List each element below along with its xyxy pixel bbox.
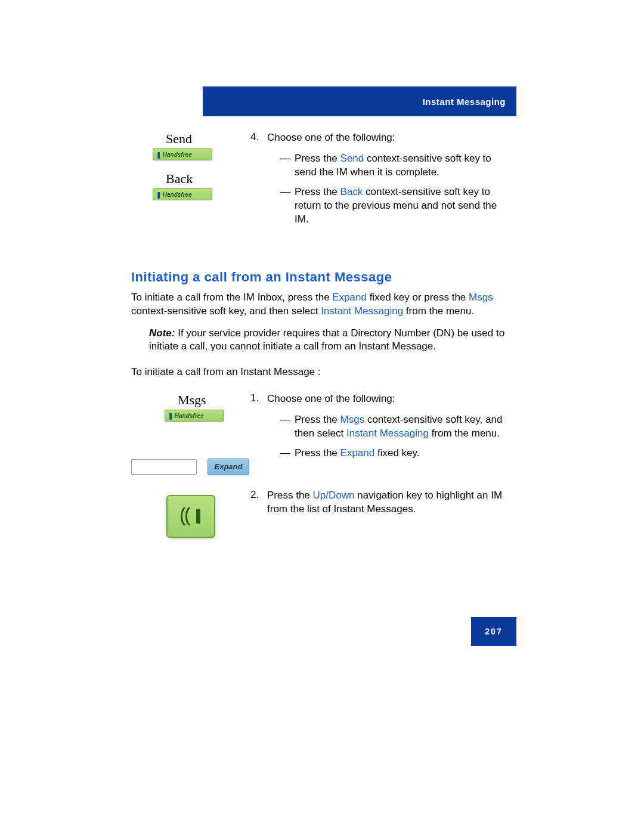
step-4-text: 4. Choose one of the following: — Press … [250, 131, 513, 243]
step-1-text: 1. Choose one of the following: — Press … [250, 392, 513, 477]
step-number: 1. [250, 392, 267, 466]
note-text: If your service provider requires that a… [149, 327, 504, 352]
msgs-softkey-label: Msgs [178, 392, 250, 408]
page-number: 207 [471, 617, 516, 646]
step-4-lead: Choose one of the following: [267, 132, 395, 143]
link-expand: Expand [340, 447, 375, 459]
step-number: 2. [250, 489, 267, 516]
back-softkey-label: Back [166, 171, 250, 187]
up-down-nav-icon [166, 495, 215, 538]
step-2-keys [131, 489, 250, 538]
section-heading: Initiating a call from an Instant Messag… [131, 270, 513, 285]
step-1-lead: Choose one of the following: [267, 393, 395, 404]
chapter-header: Instant Messaging [203, 86, 516, 116]
step-1-row: Msgs Handsfree Expand 1. Choose one of t… [131, 392, 513, 477]
step-4b: — Press the Back context-sensitive soft … [280, 185, 513, 227]
dash-icon: — [280, 447, 295, 460]
note-label: Note: [149, 327, 175, 339]
dash-icon: — [280, 185, 295, 227]
step-4-row: Send Handsfree Back Handsfree 4. Choose … [131, 131, 513, 243]
link-send: Send [340, 153, 364, 164]
lead-2: To initiate a call from an Instant Messa… [131, 366, 513, 379]
step-4-keys: Send Handsfree Back Handsfree [131, 131, 250, 200]
link-msgs: Msgs [340, 414, 365, 425]
step-2-row: 2. Press the Up/Down navigation key to h… [131, 489, 513, 538]
step-1a: — Press the Msgs context-sensitive soft … [280, 413, 513, 441]
step-number: 4. [250, 131, 267, 233]
send-softkey-label: Send [166, 131, 250, 147]
expand-key-row: Expand [131, 459, 250, 475]
link-msgs: Msgs [469, 292, 493, 303]
step-1b: — Press the Expand fixed key. [280, 447, 513, 460]
handsfree-icon: Handsfree [153, 188, 212, 200]
step-2-text: 2. Press the Up/Down navigation key to h… [250, 489, 513, 527]
link-up-down: Up/Down [313, 490, 355, 501]
intro-paragraph: To initiate a call from the IM Inbox, pr… [131, 291, 513, 318]
page-number-value: 207 [485, 627, 502, 636]
handsfree-icon: Handsfree [165, 410, 224, 422]
expand-key-icon: Expand [208, 459, 249, 475]
blank-key-icon [131, 459, 197, 475]
dash-icon: — [280, 413, 295, 441]
note-block: Note: If your service provider requires … [149, 327, 513, 354]
dash-icon: — [280, 152, 295, 179]
link-back: Back [340, 186, 363, 197]
chapter-title: Instant Messaging [423, 97, 506, 107]
step-4a: — Press the Send context-sensitive soft … [280, 152, 513, 179]
page-content: Send Handsfree Back Handsfree 4. Choose … [131, 131, 513, 544]
link-instant-messaging: Instant Messaging [346, 428, 429, 439]
handsfree-icon: Handsfree [153, 148, 212, 160]
step-1-keys: Msgs Handsfree Expand [131, 392, 250, 475]
link-expand: Expand [332, 292, 367, 303]
link-instant-messaging: Instant Messaging [321, 305, 403, 317]
svg-rect-0 [196, 509, 200, 524]
